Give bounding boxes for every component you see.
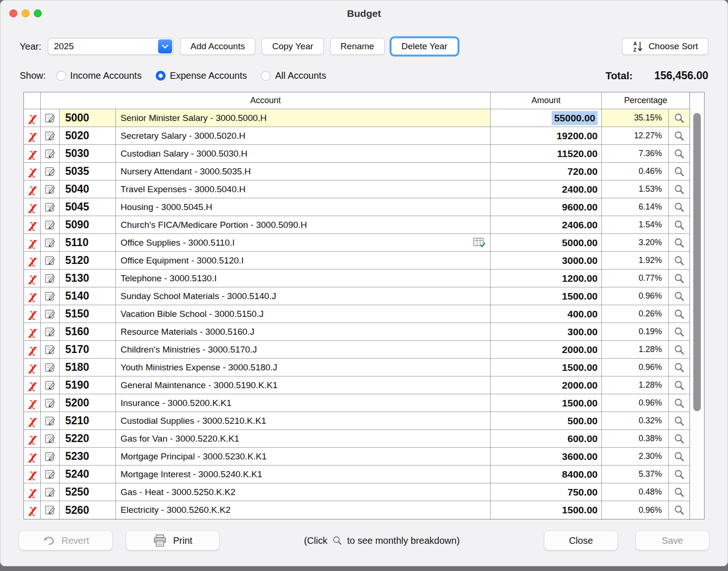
account-name-cell[interactable]: Vacation Bible School - 3000.5150.J: [116, 305, 491, 323]
edit-account-button[interactable]: [41, 216, 60, 234]
edit-account-button[interactable]: [41, 448, 60, 466]
close-button[interactable]: Close: [544, 531, 618, 550]
monthly-breakdown-button[interactable]: [669, 198, 690, 216]
monthly-breakdown-button[interactable]: [669, 359, 690, 376]
edit-account-button[interactable]: [41, 109, 60, 127]
monthly-breakdown-button[interactable]: [669, 466, 690, 483]
amount-cell[interactable]: 1500.00: [491, 394, 602, 412]
save-button[interactable]: Save: [636, 531, 709, 550]
account-name-cell[interactable]: Gas for Van - 3000.5220.K.K1: [116, 430, 491, 448]
amount-cell[interactable]: 9600.00: [491, 198, 602, 216]
monthly-breakdown-button[interactable]: [669, 305, 690, 323]
delete-year-button[interactable]: Delete Year: [391, 38, 458, 55]
delete-account-button[interactable]: χ: [24, 483, 41, 501]
amount-cell[interactable]: 1500.00: [491, 501, 602, 519]
minimize-window-button[interactable]: [22, 9, 30, 17]
monthly-breakdown-button[interactable]: [669, 448, 690, 466]
account-name-cell[interactable]: Secretary Salary - 3000.5020.H: [116, 127, 491, 145]
account-name-cell[interactable]: Housing - 3000.5045.H: [116, 198, 491, 216]
monthly-breakdown-button[interactable]: [669, 412, 690, 430]
account-name-cell[interactable]: Mortgage Interest - 3000.5240.K.K1: [116, 466, 491, 483]
account-name-cell[interactable]: Custodial Supplies - 3000.5210.K.K1: [116, 412, 491, 430]
delete-account-button[interactable]: χ: [24, 501, 41, 519]
amount-cell[interactable]: 750.00: [491, 483, 602, 501]
edit-account-button[interactable]: [41, 359, 60, 376]
choose-sort-button[interactable]: A Z Choose Sort: [622, 38, 708, 55]
delete-account-button[interactable]: χ: [24, 466, 41, 483]
edit-account-button[interactable]: [41, 341, 60, 359]
account-name-cell[interactable]: Nursery Attendant - 3000.5035.H: [116, 163, 491, 180]
year-select[interactable]: 2025: [48, 38, 174, 55]
edit-account-button[interactable]: [41, 483, 60, 501]
radio-income-accounts[interactable]: Income Accounts: [56, 70, 142, 81]
vertical-scrollbar[interactable]: [690, 92, 704, 519]
edit-account-button[interactable]: [41, 501, 60, 519]
edit-account-button[interactable]: [41, 180, 60, 198]
account-name-cell[interactable]: General Maintenance - 3000.5190.K.K1: [116, 376, 491, 394]
amount-cell[interactable]: 55000.00: [491, 109, 602, 127]
edit-account-button[interactable]: [41, 430, 60, 448]
account-name-cell[interactable]: Church's FICA/Medicare Portion - 3000.50…: [116, 216, 491, 234]
delete-account-button[interactable]: χ: [24, 270, 41, 287]
amount-cell[interactable]: 5000.00: [491, 234, 602, 252]
delete-account-button[interactable]: χ: [24, 394, 41, 412]
account-name-cell[interactable]: Custodian Salary - 3000.5030.H: [116, 145, 491, 163]
amount-cell[interactable]: 2000.00: [491, 376, 602, 394]
radio-expense-accounts[interactable]: Expense Accounts: [156, 70, 247, 81]
monthly-breakdown-button[interactable]: [669, 145, 690, 163]
edit-account-button[interactable]: [41, 234, 60, 252]
edit-account-button[interactable]: [41, 287, 60, 305]
amount-cell[interactable]: 2400.00: [491, 180, 602, 198]
edit-account-button[interactable]: [41, 198, 60, 216]
edit-account-button[interactable]: [41, 466, 60, 483]
amount-cell[interactable]: 2000.00: [491, 341, 602, 359]
monthly-breakdown-button[interactable]: [669, 252, 690, 270]
edit-account-button[interactable]: [41, 323, 60, 341]
amount-cell[interactable]: 720.00: [491, 163, 602, 180]
delete-account-button[interactable]: χ: [24, 180, 41, 198]
amount-cell[interactable]: 500.00: [491, 412, 602, 430]
revert-button[interactable]: Revert: [19, 531, 113, 550]
amount-cell[interactable]: 19200.00: [491, 127, 602, 145]
amount-cell[interactable]: 600.00: [491, 430, 602, 448]
scrollbar-thumb[interactable]: [693, 113, 701, 411]
edit-account-button[interactable]: [41, 376, 60, 394]
edit-account-button[interactable]: [41, 412, 60, 430]
edit-account-button[interactable]: [41, 145, 60, 163]
delete-account-button[interactable]: χ: [24, 430, 41, 448]
amount-cell[interactable]: 1500.00: [491, 287, 602, 305]
edit-account-button[interactable]: [41, 394, 60, 412]
delete-account-button[interactable]: χ: [24, 163, 41, 180]
account-name-cell[interactable]: Office Equipment - 3000.5120.I: [116, 252, 491, 270]
delete-account-button[interactable]: χ: [24, 341, 41, 359]
radio-all-accounts[interactable]: All Accounts: [261, 70, 326, 81]
add-accounts-button[interactable]: Add Accounts: [180, 38, 255, 55]
amount-cell[interactable]: 2406.00: [491, 216, 602, 234]
copy-year-button[interactable]: Copy Year: [262, 38, 324, 55]
delete-account-button[interactable]: χ: [24, 198, 41, 216]
monthly-breakdown-button[interactable]: [669, 323, 690, 341]
monthly-breakdown-button[interactable]: [669, 127, 690, 145]
delete-account-button[interactable]: χ: [24, 359, 41, 376]
monthly-breakdown-button[interactable]: [669, 394, 690, 412]
delete-account-button[interactable]: χ: [24, 234, 41, 252]
delete-account-button[interactable]: χ: [24, 412, 41, 430]
account-name-cell[interactable]: Travel Expenses - 3000.5040.H: [116, 180, 491, 198]
monthly-breakdown-button[interactable]: [669, 109, 690, 127]
delete-account-button[interactable]: χ: [24, 287, 41, 305]
account-name-cell[interactable]: Resource Materials - 3000.5160.J: [116, 323, 491, 341]
monthly-breakdown-button[interactable]: [669, 163, 690, 180]
delete-account-button[interactable]: χ: [24, 323, 41, 341]
account-name-cell[interactable]: Electricity - 3000.5260.K.K2: [116, 501, 491, 519]
account-name-cell[interactable]: Children's Ministries - 3000.5170.J: [116, 341, 491, 359]
monthly-breakdown-button[interactable]: [669, 501, 690, 519]
edit-account-button[interactable]: [41, 252, 60, 270]
zoom-window-button[interactable]: [34, 9, 42, 17]
delete-account-button[interactable]: χ: [24, 216, 41, 234]
amount-cell[interactable]: 3600.00: [491, 448, 602, 466]
delete-account-button[interactable]: χ: [24, 376, 41, 394]
amount-cell[interactable]: 3000.00: [491, 252, 602, 270]
print-button[interactable]: Print: [126, 531, 220, 550]
monthly-breakdown-button[interactable]: [669, 341, 690, 359]
amount-cell[interactable]: 1200.00: [491, 270, 602, 287]
